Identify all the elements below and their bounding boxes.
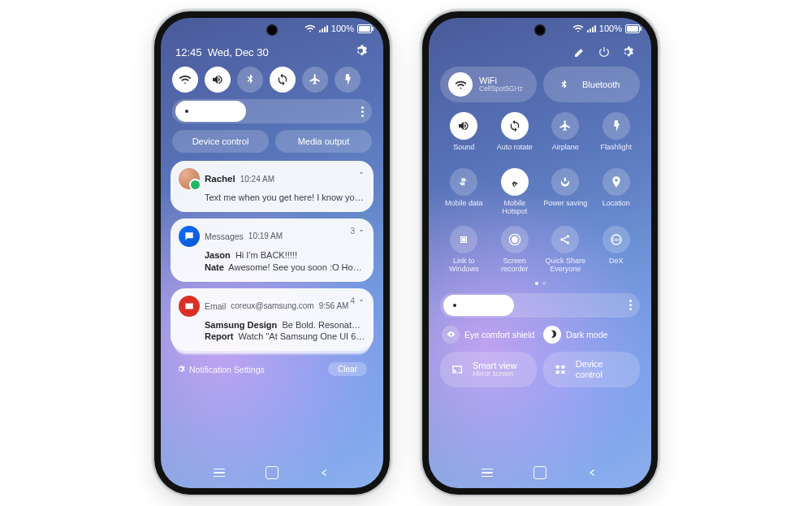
sound-icon — [457, 119, 470, 132]
qs-tile-flashlight[interactable]: Flashlight — [593, 112, 641, 158]
airplane-icon — [559, 119, 572, 132]
messages-icon — [179, 226, 200, 247]
dark-mode-toggle[interactable]: Dark mode — [543, 326, 638, 344]
battery-percent: 100% — [599, 24, 622, 33]
gear-icon — [177, 365, 186, 374]
sun-icon — [450, 301, 460, 310]
nav-home[interactable] — [265, 465, 279, 480]
qs-tile-hotspot[interactable]: Mobile Hotspot — [491, 168, 539, 216]
camera-hole — [268, 26, 276, 34]
edit-icon[interactable] — [573, 45, 586, 58]
chevron-down-icon[interactable] — [357, 169, 365, 177]
qs-tile-record[interactable]: Screen recorder — [491, 226, 539, 274]
camera-hole — [536, 26, 544, 34]
brightness-slider[interactable] — [172, 99, 372, 123]
nav-bar — [429, 462, 651, 483]
qs-tile-sound[interactable]: Sound — [440, 112, 488, 158]
chevron-down-icon[interactable]: 4 — [350, 296, 365, 305]
qs-tile-power[interactable]: Power saving — [542, 168, 590, 216]
notif-time: 10:24 AM — [240, 175, 274, 184]
notification-rachel[interactable]: Rachel 10:24 AM Text me when you get her… — [171, 161, 374, 212]
qs-tile-data[interactable]: Mobile data — [440, 168, 488, 216]
eye-comfort-toggle[interactable]: Eye comfort shield — [442, 326, 537, 344]
notif-body: Text me when you get here! I know you're… — [205, 192, 365, 204]
wifi-icon — [572, 23, 584, 34]
device-control-chip[interactable]: Device control — [172, 130, 269, 153]
moon-icon — [547, 329, 558, 339]
qs-tile-airplane[interactable]: Airplane — [542, 112, 590, 158]
notif-time: 10:19 AM — [248, 231, 283, 240]
nav-back[interactable] — [317, 465, 332, 480]
notif-app: Messages — [205, 231, 244, 241]
nav-back[interactable] — [585, 465, 600, 480]
notification-messages[interactable]: 3 Messages 10:19 AM Jason Hi I'm BACK!!!… — [171, 218, 374, 282]
qs-sound-toggle[interactable] — [205, 67, 231, 93]
nav-recents[interactable] — [480, 465, 495, 480]
cast-icon — [451, 363, 464, 376]
power-icon[interactable] — [598, 45, 611, 58]
smart-view-tile[interactable]: Smart viewMirror screen — [440, 352, 537, 387]
phone-notification-shade: 100% 12:45 Wed, Dec 30 — [154, 11, 390, 495]
record-icon — [508, 233, 521, 246]
qs-rotate-toggle[interactable] — [270, 67, 296, 93]
qs-bluetooth-toggle[interactable] — [237, 67, 263, 93]
signal-icon — [587, 24, 596, 32]
notif-address: coreux@samsung.com — [231, 301, 313, 310]
qs-flashlight-toggle[interactable] — [335, 67, 361, 93]
battery-icon — [357, 24, 372, 33]
signal-icon — [319, 24, 328, 32]
brightness-more-icon[interactable] — [361, 106, 364, 117]
device-control-tile[interactable]: Device control — [543, 352, 640, 387]
location-icon — [610, 175, 623, 188]
quick-settings-row — [169, 67, 375, 99]
status-bar: 100% — [572, 23, 640, 34]
nav-home[interactable] — [533, 465, 547, 480]
media-output-chip[interactable]: Media output — [275, 130, 372, 153]
qs-tile-share[interactable]: Quick Share Everyone — [542, 226, 590, 274]
flashlight-icon — [610, 119, 623, 132]
notif-time: 9:56 AM — [319, 301, 349, 310]
avatar-rachel — [179, 168, 200, 189]
hotspot-icon — [508, 175, 521, 188]
phone-quick-settings: 100% WiFiCellSpot5GHz Bluetooth — [422, 11, 658, 495]
rotate-icon — [508, 119, 521, 132]
brightness-slider[interactable] — [440, 293, 640, 318]
wifi-icon — [455, 79, 467, 91]
qs-bluetooth-tile[interactable]: Bluetooth — [543, 67, 640, 102]
wifi-icon — [304, 23, 316, 34]
grid-icon — [554, 363, 567, 376]
page-indicator[interactable] — [437, 280, 643, 293]
dex-icon — [610, 233, 623, 246]
battery-icon — [625, 24, 640, 33]
brightness-more-icon[interactable] — [629, 300, 632, 310]
bluetooth-icon — [558, 79, 570, 91]
chevron-down-icon[interactable]: 3 — [350, 227, 365, 236]
status-bar: 100% — [304, 23, 372, 34]
data-icon — [457, 175, 470, 188]
sun-icon — [182, 106, 192, 116]
link-icon — [457, 233, 470, 246]
gear-icon[interactable] — [622, 45, 635, 58]
battery-percent: 100% — [331, 24, 354, 33]
qs-tile-grid: SoundAuto rotateAirplaneFlashlightMobile… — [437, 110, 643, 280]
qs-tile-location[interactable]: Location — [593, 168, 641, 216]
clock: 12:45 — [175, 46, 202, 58]
qs-wifi-toggle[interactable] — [172, 67, 198, 93]
qs-tile-rotate[interactable]: Auto rotate — [491, 112, 539, 158]
nav-bar — [161, 462, 383, 483]
share-icon — [559, 233, 572, 246]
qs-tile-link[interactable]: Link to Windows — [440, 226, 488, 274]
nav-recents[interactable] — [212, 465, 227, 480]
date: Wed, Dec 30 — [208, 46, 269, 58]
notification-email[interactable]: 4 Email coreux@samsung.com 9:56 AM Samsu… — [171, 288, 374, 352]
qs-tile-dex[interactable]: DeX — [593, 226, 641, 274]
eye-icon — [446, 329, 456, 339]
settings-gear-icon[interactable] — [355, 44, 369, 60]
email-icon — [179, 296, 200, 317]
qs-wifi-tile[interactable]: WiFiCellSpot5GHz — [440, 67, 537, 102]
notification-settings-link[interactable]: Notification Settings — [177, 365, 265, 374]
notif-sender: Rachel — [205, 174, 235, 184]
qs-airplane-toggle[interactable] — [302, 67, 328, 93]
notif-app: Email — [205, 301, 226, 311]
clear-button[interactable]: Clear — [328, 362, 367, 376]
